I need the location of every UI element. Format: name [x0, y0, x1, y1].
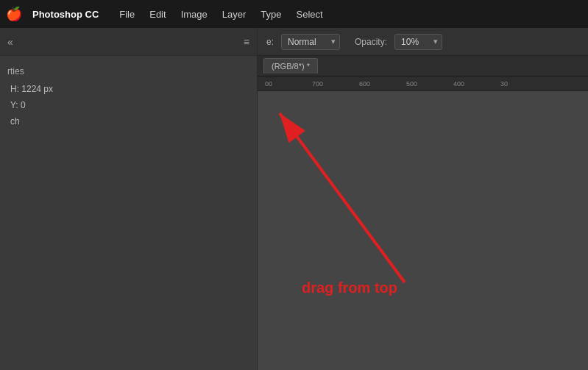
- document-tab[interactable]: (RGB/8*) *: [263, 58, 318, 74]
- left-panel: « ≡ rties H: 1224 px Y: 0 ch: [0, 28, 258, 370]
- menu-edit[interactable]: Edit: [142, 0, 173, 28]
- left-panel-content: rties H: 1224 px Y: 0 ch: [0, 56, 257, 370]
- main-layout: « ≡ rties H: 1224 px Y: 0 ch e: Normal D…: [0, 28, 588, 370]
- drag-label: drag from top: [302, 280, 397, 296]
- svg-line-1: [280, 113, 405, 282]
- ruler-tick-4: 400: [453, 80, 500, 88]
- arrow-annotation: [258, 91, 588, 370]
- ruler-numbers: 00 700 600 500 400 30: [258, 80, 548, 88]
- opacity-select[interactable]: 10% 20% 50% 100%: [394, 34, 442, 50]
- mode-label: e:: [266, 37, 274, 47]
- opacity-label: Opacity:: [355, 37, 387, 47]
- tab-bar: (RGB/8*) *: [258, 56, 588, 77]
- menu-select[interactable]: Select: [288, 0, 330, 28]
- menu-type[interactable]: Type: [253, 0, 288, 28]
- canvas-area: drag from top: [258, 91, 588, 370]
- app-name: Photoshop CC: [32, 9, 99, 20]
- panel-menu-icon[interactable]: ≡: [244, 36, 249, 48]
- panel-y: Y: 0: [7, 100, 249, 110]
- panel-height: H: 1224 px: [7, 84, 249, 94]
- mode-select[interactable]: Normal Dissolve Multiply Screen Overlay: [281, 34, 340, 50]
- collapse-icon[interactable]: «: [7, 36, 13, 48]
- ruler-tick-0: 00: [265, 80, 312, 88]
- ruler-tick-1: 700: [312, 80, 359, 88]
- menu-layer[interactable]: Layer: [215, 0, 254, 28]
- menu-file[interactable]: File: [112, 0, 142, 28]
- ruler: 00 700 600 500 400 30: [258, 77, 588, 91]
- menu-image[interactable]: Image: [174, 0, 215, 28]
- menu-bar: 🍎 Photoshop CC File Edit Image Layer Typ…: [0, 0, 588, 28]
- opacity-select-wrapper: 10% 20% 50% 100%: [394, 34, 442, 50]
- right-panel: e: Normal Dissolve Multiply Screen Overl…: [258, 28, 588, 370]
- ruler-tick-3: 500: [406, 80, 453, 88]
- left-panel-topbar: « ≡: [0, 28, 257, 56]
- panel-section-title: rties: [7, 66, 249, 77]
- mode-select-wrapper: Normal Dissolve Multiply Screen Overlay: [281, 34, 340, 50]
- ruler-tick-2: 600: [359, 80, 406, 88]
- ruler-tick-5: 30: [500, 80, 548, 88]
- options-bar: e: Normal Dissolve Multiply Screen Overl…: [258, 28, 588, 56]
- annotation-container: drag from top: [258, 91, 588, 370]
- apple-menu[interactable]: 🍎: [6, 6, 22, 22]
- panel-search: ch: [7, 116, 249, 127]
